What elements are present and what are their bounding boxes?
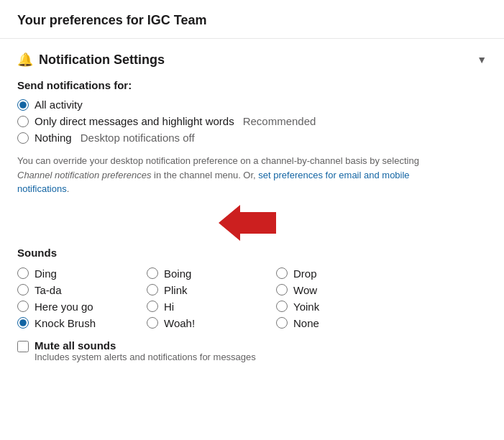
sound-label-tada: Ta-da (35, 284, 62, 296)
sound-option-knockbrush[interactable]: Knock Brush (17, 317, 147, 329)
notification-radio-all[interactable] (17, 99, 29, 111)
notification-nothing-sublabel: Desktop notifications off (81, 132, 195, 144)
sounds-label: Sounds (17, 247, 487, 259)
notification-radio-nothing[interactable] (17, 132, 29, 144)
bell-icon: 🔔 (17, 52, 33, 68)
sound-radio-hereyougo[interactable] (17, 301, 29, 312)
sound-label-boing: Boing (164, 267, 191, 280)
notification-direct-label: Only direct messages and highlight words (35, 115, 234, 127)
sound-label-hereyougo: Here you go (35, 301, 93, 313)
sound-option-plink[interactable]: Plink (147, 284, 276, 296)
sounds-section: Sounds DingBoingDropTa-daPlinkWowHere yo… (17, 247, 487, 362)
send-notifications-label: Send notifications for: (17, 79, 487, 91)
mute-all-sublabel: Includes system alerts and notifications… (35, 352, 256, 362)
red-arrow-icon (219, 205, 276, 241)
notification-radio-direct[interactable] (17, 116, 29, 127)
sound-label-knockbrush: Knock Brush (35, 317, 96, 329)
sound-option-tada[interactable]: Ta-da (17, 284, 147, 296)
sound-radio-none[interactable] (276, 317, 288, 329)
red-arrow-container (17, 205, 487, 241)
sound-label-hi: Hi (164, 301, 174, 313)
sound-label-plink: Plink (164, 284, 188, 296)
notification-option-all[interactable]: All activity (17, 98, 487, 111)
notification-section-title: Notification Settings (39, 52, 165, 68)
sound-label-none: None (293, 317, 319, 329)
sound-label-drop: Drop (293, 267, 317, 280)
sound-option-yoink[interactable]: Yoink (276, 301, 406, 313)
page-title: Your preferences for IGC Team (17, 13, 487, 28)
notification-all-label: All activity (35, 98, 83, 111)
sounds-grid: DingBoingDropTa-daPlinkWowHere you goHiY… (17, 267, 487, 329)
sound-option-none[interactable]: None (276, 317, 406, 329)
notification-option-direct[interactable]: Only direct messages and highlight words… (17, 115, 487, 127)
sound-radio-drop[interactable] (276, 267, 288, 279)
sound-option-woah[interactable]: Woah! (147, 317, 276, 329)
sound-radio-hi[interactable] (147, 301, 158, 312)
mute-all-sounds: Mute all sounds Includes system alerts a… (17, 339, 487, 362)
chevron-down-icon[interactable]: ▼ (477, 54, 487, 65)
sound-option-hereyougo[interactable]: Here you go (17, 301, 147, 313)
sound-radio-ding[interactable] (17, 267, 29, 279)
sound-label-ding: Ding (35, 267, 57, 280)
notification-description: You can override your desktop notificati… (17, 154, 434, 196)
notification-direct-sublabel: Recommended (243, 115, 316, 127)
notification-options: All activity Only direct messages and hi… (17, 98, 487, 144)
notification-nothing-label: Nothing (35, 132, 72, 144)
sound-label-woah: Woah! (164, 317, 195, 329)
sound-radio-tada[interactable] (17, 284, 29, 295)
sound-radio-plink[interactable] (147, 284, 158, 295)
svg-marker-0 (219, 205, 276, 241)
sound-radio-boing[interactable] (147, 267, 158, 279)
sound-label-wow: Wow (293, 284, 317, 296)
sound-option-hi[interactable]: Hi (147, 301, 276, 313)
sound-label-yoink: Yoink (293, 301, 319, 313)
sound-radio-yoink[interactable] (276, 301, 288, 312)
sound-option-ding[interactable]: Ding (17, 267, 147, 280)
mute-all-checkbox[interactable] (17, 341, 29, 352)
sound-option-wow[interactable]: Wow (276, 284, 406, 296)
sound-radio-knockbrush[interactable] (17, 317, 29, 329)
sound-radio-woah[interactable] (147, 317, 158, 329)
sound-radio-wow[interactable] (276, 284, 288, 295)
notification-option-nothing[interactable]: Nothing Desktop notifications off (17, 132, 487, 144)
sound-option-drop[interactable]: Drop (276, 267, 406, 280)
notification-section-header: 🔔 Notification Settings ▼ (17, 52, 487, 68)
mute-all-label[interactable]: Mute all sounds (35, 339, 256, 352)
sound-option-boing[interactable]: Boing (147, 267, 276, 280)
